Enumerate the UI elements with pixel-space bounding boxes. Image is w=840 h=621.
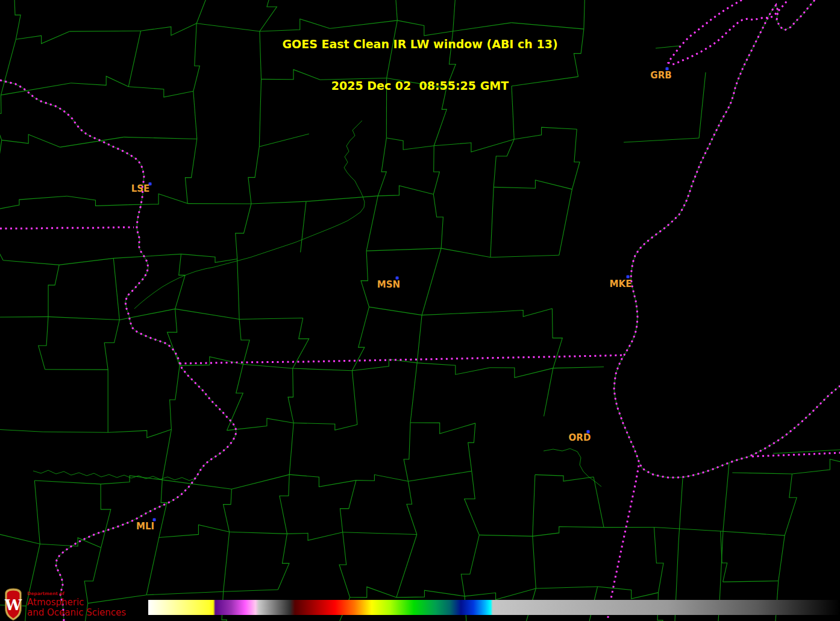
county-line [239,318,303,320]
county-line [159,480,167,538]
county-line [493,309,553,317]
county-line [67,196,128,206]
county-line [243,364,292,368]
county-line [239,320,249,365]
county-line [433,194,443,248]
county-line [101,484,111,547]
satellite-image-viewer: { "title": { "line1": "GOES East Clean I… [0,0,840,621]
city-label-ORD: ORD [569,432,591,443]
county-line [361,251,369,307]
county-line [366,196,378,251]
county-line [231,474,289,489]
uw-crest-icon: W [4,588,23,621]
county-line [422,312,492,315]
county-line [494,139,514,187]
county-line [227,418,294,430]
county-line [535,474,594,481]
county-line [224,590,278,591]
county-line [723,581,779,582]
logo-department-prefix: Department of [27,591,126,596]
county-line [34,481,101,484]
county-line [0,140,2,210]
logo-line-1: Atmospheric [27,598,126,607]
crest-letter: W [4,596,22,614]
rock-river [33,470,196,481]
county-line [181,254,237,262]
county-line [533,536,536,588]
county-line [533,474,535,536]
county-line [533,527,604,537]
county-line [465,588,536,600]
county-line [352,359,417,371]
county-line [654,528,721,532]
city-label-MKE: MKE [610,279,632,289]
county-line [287,532,342,541]
county-line [128,194,188,205]
county-line [408,471,471,481]
county-line [162,480,231,489]
county-line [536,587,597,588]
county-line [113,254,181,258]
county-line [461,535,479,596]
county-line [224,532,230,591]
state-border-il-in [607,465,639,621]
city-label-MLI: MLI [136,521,154,532]
county-line [779,535,785,581]
county-line [175,254,186,309]
county-line [732,473,792,474]
county-line [410,423,475,433]
county-line [468,423,475,471]
city-label-MSN: MSN [377,279,400,290]
county-line [34,481,40,544]
county-line [104,320,119,370]
county-line [350,587,396,597]
county-line [417,363,490,374]
county-line [248,147,259,204]
county-line [417,315,422,363]
county-line [369,307,422,315]
county-line [491,255,559,257]
county-line [514,127,577,139]
county-line [0,210,3,260]
county-line [162,429,171,480]
county-line [654,528,664,593]
county-line [159,525,230,537]
county-line [48,317,119,320]
fox-river [544,449,601,487]
county-line [280,474,289,534]
county-line [0,429,43,432]
county-line [113,258,119,320]
county-line [378,186,433,196]
county-line [396,535,417,597]
county-line [490,368,553,378]
county-line [343,532,417,535]
county-line [422,248,441,315]
county-line [572,129,580,189]
county-line [441,248,491,257]
logo-line-2: and Oceanic Sciences [27,608,126,617]
county-line-northeast-1 [624,138,699,142]
state-border-wi-il [180,355,624,364]
state-border-mn-ia [0,227,134,229]
title-line-1: GOES East Clean IR LW window (ABI ch 13) [0,37,840,51]
county-line [339,532,350,597]
county-line [259,134,309,147]
county-line [396,590,465,597]
county-line [340,481,356,532]
county-line [230,532,287,534]
county-line [60,137,124,147]
county-line [494,180,572,189]
wisconsin-river [134,121,365,309]
county-line [224,489,232,532]
county-line [3,260,59,265]
temperature-colorbar [148,600,840,615]
county-line [43,432,108,432]
county-line-indiana-2 [718,463,729,621]
county-line [306,196,378,201]
county-line [175,309,240,319]
county-line [410,363,417,423]
county-line [792,459,840,474]
county-line [465,471,480,535]
county-line [185,139,196,204]
county-line [146,591,224,594]
